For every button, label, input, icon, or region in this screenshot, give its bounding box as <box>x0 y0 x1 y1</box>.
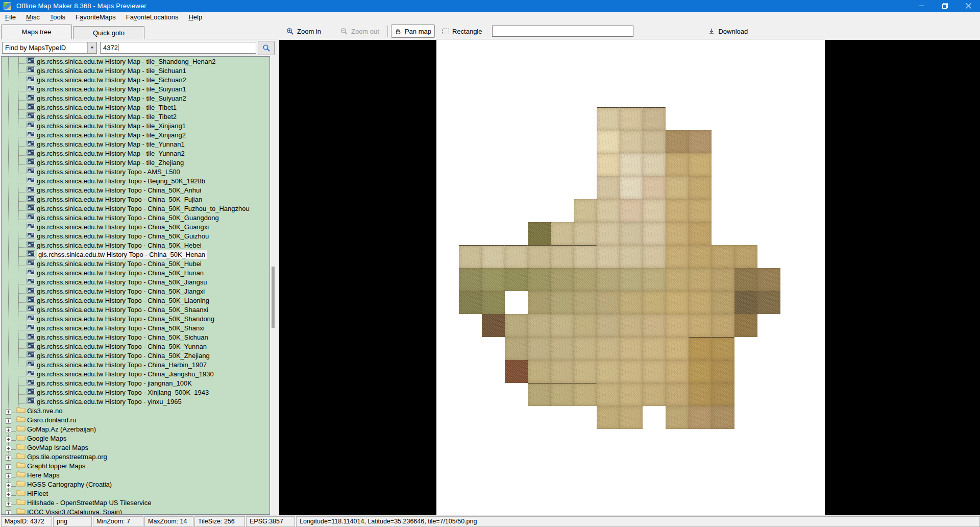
tab-maps-tree[interactable]: Maps tree <box>1 25 72 39</box>
tree-item[interactable]: gis.rchss.sinica.edu.tw History Map - ti… <box>2 57 270 66</box>
tree-item[interactable]: gis.rchss.sinica.edu.tw History Topo - y… <box>2 397 270 406</box>
tree-item[interactable]: gis.rchss.sinica.edu.tw History Topo - C… <box>2 204 270 213</box>
pan-map-button[interactable]: Pan map <box>391 25 435 38</box>
tree-folder[interactable]: Hillshade - OpenStreetMap US Tileservice <box>2 498 270 507</box>
tab-quick-goto[interactable]: Quick goto <box>73 26 144 39</box>
tree-item[interactable]: gis.rchss.sinica.edu.tw History Topo - B… <box>2 176 270 185</box>
folder-icon <box>16 452 26 462</box>
rectangle-button[interactable]: Rectangle <box>439 25 485 38</box>
minimize-button[interactable] <box>910 0 933 12</box>
map-layer-icon <box>27 112 35 122</box>
tree-folder[interactable]: GoMap.Az (Azerbaijan) <box>2 424 270 434</box>
expand-plus-icon[interactable] <box>6 500 11 506</box>
tree-folder[interactable]: HGSS Cartography (Croatia) <box>2 480 270 489</box>
search-input[interactable]: 4372 <box>100 42 256 54</box>
tree-item[interactable]: gis.rchss.sinica.edu.tw History Topo - C… <box>2 342 270 351</box>
tree-scrollbar-thumb[interactable] <box>272 267 275 328</box>
tree-item[interactable]: gis.rchss.sinica.edu.tw History Topo - C… <box>2 360 270 369</box>
tree-item[interactable]: gis.rchss.sinica.edu.tw History Topo - C… <box>2 259 270 268</box>
menu-favoritemaps[interactable]: FavoriteMaps <box>70 12 121 23</box>
map-tile <box>689 199 712 222</box>
tree-item[interactable]: gis.rchss.sinica.edu.tw History Topo - C… <box>2 286 270 296</box>
map-tile <box>574 383 597 406</box>
tree-item[interactable]: gis.rchss.sinica.edu.tw History Map - ti… <box>2 66 270 75</box>
tree-item[interactable]: gis.rchss.sinica.edu.tw History Topo - A… <box>2 167 270 176</box>
tree-item-label: gis.rchss.sinica.edu.tw History Topo - X… <box>37 389 209 396</box>
tree-item[interactable]: gis.rchss.sinica.edu.tw History Topo - C… <box>2 222 270 231</box>
pan-hand-icon <box>395 28 402 35</box>
map-layer-icon <box>27 232 35 241</box>
tree-folder[interactable]: GovMap Israel Maps <box>2 443 270 452</box>
expand-plus-icon[interactable] <box>6 509 11 515</box>
tree-item[interactable]: gis.rchss.sinica.edu.tw History Topo - X… <box>2 388 270 397</box>
tree-folder[interactable]: GraphHopper Maps <box>2 461 270 470</box>
expand-plus-icon[interactable] <box>6 482 11 487</box>
tree-item-label: gis.rchss.sinica.edu.tw History Topo - C… <box>37 343 207 350</box>
expand-plus-icon[interactable] <box>6 472 11 478</box>
menu-favoritelocations[interactable]: FavoriteLocations <box>121 12 184 23</box>
expand-plus-icon[interactable] <box>6 445 11 450</box>
tree-item[interactable]: gis.rchss.sinica.edu.tw History Map - ti… <box>2 103 270 112</box>
menu-misc[interactable]: Misc <box>21 12 45 23</box>
expand-plus-icon[interactable] <box>6 426 11 432</box>
map-tile <box>482 291 505 314</box>
tree-item[interactable]: gis.rchss.sinica.edu.tw History Topo - C… <box>2 195 270 204</box>
map-canvas[interactable] <box>436 40 825 515</box>
combo-dropdown-arrow[interactable]: ▼ <box>87 42 96 53</box>
expand-plus-icon[interactable] <box>6 463 11 469</box>
tree-item[interactable]: gis.rchss.sinica.edu.tw History Map - ti… <box>2 139 270 149</box>
expand-plus-icon[interactable] <box>6 436 11 441</box>
tree-item[interactable]: gis.rchss.sinica.edu.tw History Map - ti… <box>2 84 270 93</box>
search-button[interactable] <box>258 41 275 55</box>
tree-item[interactable]: gis.rchss.sinica.edu.tw History Topo - C… <box>2 323 270 332</box>
tree-item[interactable]: gis.rchss.sinica.edu.tw History Topo - C… <box>2 277 270 286</box>
close-button[interactable] <box>957 0 980 12</box>
tree-item[interactable]: gis.rchss.sinica.edu.tw History Map - ti… <box>2 130 270 139</box>
menu-help[interactable]: Help <box>183 12 207 23</box>
tree-item[interactable]: gis.rchss.sinica.edu.tw History Topo - C… <box>2 250 270 259</box>
tree-folder[interactable]: ICGC Vissir3 (Catalunya, Spain) <box>2 507 270 515</box>
expand-plus-icon[interactable] <box>6 491 11 496</box>
tree-scrollbar[interactable] <box>270 56 277 515</box>
tree-item[interactable]: gis.rchss.sinica.edu.tw History Topo - C… <box>2 314 270 323</box>
tree-folder[interactable]: Google Maps <box>2 434 270 443</box>
map-tile <box>620 406 643 429</box>
zoom-in-button[interactable]: Zoom in <box>283 25 324 38</box>
expand-plus-icon[interactable] <box>6 408 11 414</box>
tree-item[interactable]: gis.rchss.sinica.edu.tw History Map - ti… <box>2 121 270 130</box>
find-by-combo-value: Find by MapsTypeID <box>3 44 87 52</box>
tree-item[interactable]: gis.rchss.sinica.edu.tw History Topo - C… <box>2 351 270 360</box>
expand-plus-icon[interactable] <box>6 454 11 460</box>
tree-item[interactable]: gis.rchss.sinica.edu.tw History Map - ti… <box>2 158 270 167</box>
tree-item[interactable]: gis.rchss.sinica.edu.tw History Topo - C… <box>2 241 270 250</box>
download-icon <box>708 28 715 35</box>
expand-plus-icon[interactable] <box>6 417 11 423</box>
tree-item[interactable]: gis.rchss.sinica.edu.tw History Topo - C… <box>2 268 270 277</box>
tree-folder[interactable]: HiFleet <box>2 489 270 498</box>
tree-item[interactable]: gis.rchss.sinica.edu.tw History Topo - C… <box>2 231 270 241</box>
tree-item[interactable]: gis.rchss.sinica.edu.tw History Topo - C… <box>2 369 270 378</box>
tree-item[interactable]: gis.rchss.sinica.edu.tw History Map - ti… <box>2 93 270 103</box>
menu-tools[interactable]: Tools <box>45 12 70 23</box>
map-layer-icon <box>27 342 35 351</box>
tree-item[interactable]: gis.rchss.sinica.edu.tw History Topo - C… <box>2 296 270 305</box>
tree-folder[interactable]: Gps.tile.openstreetmap.org <box>2 452 270 461</box>
tree-item[interactable]: gis.rchss.sinica.edu.tw History Topo - j… <box>2 378 270 388</box>
tree-item-label: gis.rchss.sinica.edu.tw History Topo - C… <box>37 306 208 314</box>
menu-file[interactable]: File <box>0 12 21 23</box>
tree-item[interactable]: gis.rchss.sinica.edu.tw History Topo - C… <box>2 332 270 342</box>
tree-folder[interactable]: Gis3.nve.no <box>2 406 270 415</box>
tree-item[interactable]: gis.rchss.sinica.edu.tw History Topo - C… <box>2 305 270 314</box>
tree-folder[interactable]: Here Maps <box>2 470 270 480</box>
tree-item[interactable]: gis.rchss.sinica.edu.tw History Topo - C… <box>2 185 270 195</box>
restore-button[interactable] <box>933 0 957 12</box>
tree-item[interactable]: gis.rchss.sinica.edu.tw History Map - ti… <box>2 75 270 84</box>
tree-item[interactable]: gis.rchss.sinica.edu.tw History Topo - C… <box>2 213 270 222</box>
find-by-combo[interactable]: Find by MapsTypeID ▼ <box>2 42 97 54</box>
zoom-out-button[interactable]: Zoom out <box>337 25 382 38</box>
toolbar-input[interactable] <box>492 26 633 37</box>
download-button[interactable]: Download <box>705 25 751 38</box>
tree-item[interactable]: gis.rchss.sinica.edu.tw History Map - ti… <box>2 112 270 121</box>
tree-folder[interactable]: Gisro.donland.ru <box>2 415 270 424</box>
tree-item[interactable]: gis.rchss.sinica.edu.tw History Map - ti… <box>2 149 270 158</box>
